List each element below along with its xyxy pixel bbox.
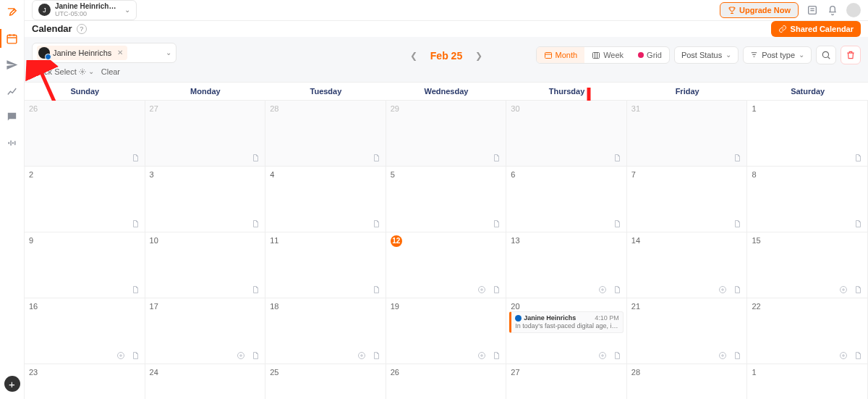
profile-select[interactable]: Janine Heinrichs ✕ ⌄ (32, 43, 176, 63)
calendar-cell[interactable]: 11 (265, 232, 386, 298)
calendar-cell[interactable]: 27 (145, 101, 266, 167)
calendar-cell[interactable]: 23 (25, 364, 145, 399)
note-icon[interactable] (371, 219, 381, 229)
calendar-cell[interactable]: 29 (386, 101, 507, 167)
notes-icon[interactable] (806, 4, 819, 17)
note-icon[interactable] (612, 350, 622, 361)
calendar-icon[interactable] (6, 32, 19, 45)
calendar-cell[interactable]: 15 (747, 232, 868, 298)
add-post-icon[interactable] (838, 285, 848, 295)
search-button[interactable] (816, 46, 836, 64)
quick-select-button[interactable]: Quick Select ⌄ (32, 67, 94, 76)
note-icon[interactable] (853, 153, 863, 163)
send-icon[interactable] (6, 58, 19, 71)
note-icon[interactable] (130, 219, 140, 229)
calendar-cell[interactable]: 31 (627, 101, 748, 167)
calendar-cell[interactable]: 22 (747, 298, 868, 364)
calendar-cell[interactable]: 9 (25, 232, 145, 298)
note-icon[interactable] (491, 285, 501, 295)
delete-button[interactable] (841, 46, 861, 64)
note-icon[interactable] (130, 285, 140, 295)
calendar-cell[interactable]: 27 (506, 364, 627, 399)
bell-icon[interactable] (826, 4, 839, 17)
note-icon[interactable] (732, 285, 742, 295)
calendar-cell[interactable]: 5 (386, 167, 507, 232)
add-post-icon[interactable] (477, 285, 487, 295)
compose-icon[interactable] (6, 6, 19, 19)
add-post-icon[interactable] (597, 350, 608, 361)
calendar-cell[interactable]: 14 (627, 232, 748, 298)
remove-chip-icon[interactable]: ✕ (117, 49, 123, 56)
note-icon[interactable] (371, 350, 381, 361)
note-icon[interactable] (732, 219, 742, 229)
post-type-dropdown[interactable]: Post type ⌄ (743, 46, 812, 64)
calendar-cell[interactable]: 21 (627, 298, 748, 364)
note-icon[interactable] (732, 153, 742, 163)
shared-calendar-button[interactable]: Shared Calendar (771, 21, 861, 37)
audio-icon[interactable] (6, 136, 19, 149)
prev-arrow[interactable]: ❮ (410, 51, 417, 61)
note-icon[interactable] (250, 219, 260, 229)
clear-button[interactable]: Clear (101, 67, 120, 76)
calendar-cell[interactable]: 13 (506, 232, 627, 298)
upgrade-button[interactable]: Upgrade Now (720, 2, 799, 18)
chat-icon[interactable] (6, 110, 19, 123)
analytics-icon[interactable] (6, 84, 19, 97)
calendar-cell[interactable]: 6 (506, 167, 627, 232)
calendar-cell[interactable]: 28 (265, 101, 386, 167)
note-icon[interactable] (250, 285, 260, 295)
note-icon[interactable] (491, 350, 501, 361)
user-avatar[interactable] (846, 3, 861, 17)
add-post-icon[interactable] (718, 285, 728, 295)
calendar-cell[interactable]: 10 (145, 232, 266, 298)
add-post-icon[interactable] (597, 285, 608, 295)
note-icon[interactable] (371, 153, 381, 163)
calendar-cell[interactable]: 30 (506, 101, 627, 167)
workspace-selector[interactable]: J Janine Heinrichs's … UTC-05:00 ⌄ (32, 0, 137, 20)
note-icon[interactable] (491, 153, 501, 163)
calendar-cell[interactable]: 12 (386, 232, 507, 298)
note-icon[interactable] (130, 153, 140, 163)
next-arrow[interactable]: ❯ (475, 51, 482, 61)
add-post-icon[interactable] (718, 350, 728, 361)
note-icon[interactable] (853, 285, 863, 295)
view-grid[interactable]: Grid (631, 47, 669, 63)
calendar-cell[interactable]: 25 (265, 364, 386, 399)
post-status-dropdown[interactable]: Post Status ⌄ (674, 46, 739, 64)
note-icon[interactable] (491, 219, 501, 229)
add-button[interactable]: + (4, 376, 20, 392)
calendar-cell[interactable]: 26 (386, 364, 507, 399)
add-post-icon[interactable] (236, 350, 246, 361)
note-icon[interactable] (853, 219, 863, 229)
add-post-icon[interactable] (357, 350, 367, 361)
calendar-cell[interactable]: 24 (145, 364, 266, 399)
note-icon[interactable] (853, 350, 863, 361)
note-icon[interactable] (250, 350, 260, 361)
calendar-cell[interactable]: 3 (145, 167, 266, 232)
post-card[interactable]: Janine Heinrichs4:10 PMIn today's fast-p… (509, 311, 624, 333)
calendar-cell[interactable]: 7 (627, 167, 748, 232)
calendar-cell[interactable]: 19 (386, 298, 507, 364)
calendar-cell[interactable]: 1 (747, 364, 868, 399)
view-month[interactable]: Month (537, 47, 585, 63)
note-icon[interactable] (732, 350, 742, 361)
calendar-cell[interactable]: 20Janine Heinrichs4:10 PMIn today's fast… (506, 298, 627, 364)
view-week[interactable]: Week (584, 47, 631, 63)
note-icon[interactable] (612, 153, 622, 163)
calendar-cell[interactable]: 28 (627, 364, 748, 399)
calendar-cell[interactable]: 4 (265, 167, 386, 232)
note-icon[interactable] (250, 153, 260, 163)
add-post-icon[interactable] (116, 350, 126, 361)
calendar-cell[interactable]: 1 (747, 101, 868, 167)
calendar-cell[interactable]: 17 (145, 298, 266, 364)
calendar-cell[interactable]: 18 (265, 298, 386, 364)
calendar-cell[interactable]: 2 (25, 167, 145, 232)
note-icon[interactable] (612, 285, 622, 295)
calendar-cell[interactable]: 26 (25, 101, 145, 167)
add-post-icon[interactable] (838, 350, 848, 361)
note-icon[interactable] (612, 219, 622, 229)
help-icon[interactable]: ? (77, 24, 87, 34)
calendar-cell[interactable]: 16 (25, 298, 145, 364)
note-icon[interactable] (130, 350, 140, 361)
note-icon[interactable] (371, 285, 381, 295)
